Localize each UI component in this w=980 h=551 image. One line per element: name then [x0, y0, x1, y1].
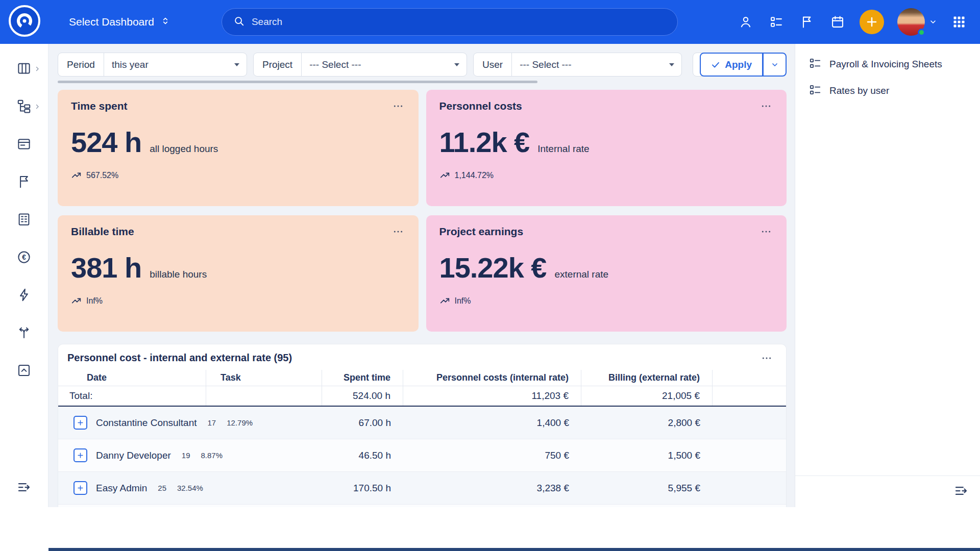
checklist-icon: [808, 83, 822, 98]
panel-item-label: Payroll & Invoicing Sheets: [829, 59, 942, 70]
chevron-down-icon: [929, 18, 937, 26]
kebab-menu-icon[interactable]: [760, 354, 774, 362]
collapse-sidebar-button[interactable]: [16, 480, 32, 507]
checklist-icon: [808, 57, 822, 72]
filter-project: Project --- Select ---: [253, 53, 467, 77]
status-dot: [918, 29, 925, 36]
user-menu[interactable]: [897, 8, 937, 36]
kpi-title: Project earnings: [439, 226, 524, 238]
chevron-right-icon: [34, 65, 40, 74]
kpi-title: Time spent: [71, 100, 127, 112]
calendar-icon[interactable]: [829, 13, 846, 31]
search-input[interactable]: [252, 16, 666, 28]
nav-finance[interactable]: €: [0, 247, 48, 269]
avatar: [897, 8, 925, 36]
filter-project-label: Project: [254, 53, 302, 76]
tasks-checklist-icon[interactable]: [768, 13, 785, 31]
kebab-menu-icon[interactable]: [391, 102, 405, 110]
table-total-row: Total: 524.00 h 11,203 € 21,005 €: [58, 386, 786, 407]
bottom-strip: [48, 548, 980, 551]
kpi-caption: external rate: [554, 269, 608, 280]
table-row[interactable]: Constantine Consultant 17 12.79% 67.00 h…: [58, 407, 786, 439]
horizontal-scrollbar-thumb[interactable]: [58, 81, 537, 83]
row-spent-time: 170.50 h: [322, 483, 403, 494]
profile-icon[interactable]: [737, 13, 754, 31]
filter-period-select[interactable]: this year: [104, 53, 247, 76]
building-icon: [16, 212, 32, 229]
row-spent-time: 67.00 h: [322, 417, 403, 429]
filter-user-select[interactable]: --- Select ---: [512, 53, 681, 76]
row-user-name: Constantine Consultant: [96, 417, 197, 429]
apply-button-label: Apply: [725, 59, 752, 70]
plus-icon: [77, 452, 84, 459]
nav-workflow[interactable]: [0, 322, 48, 345]
filter-period: Period this year: [58, 53, 247, 77]
filter-project-select[interactable]: --- Select ---: [302, 53, 467, 76]
expand-row-button[interactable]: [74, 481, 87, 495]
card-icon: [16, 136, 32, 154]
column-header-personnel-costs: Personnel costs (internal rate): [403, 370, 581, 386]
column-header-task: Task: [206, 370, 322, 386]
row-percent: 12.79%: [227, 418, 253, 427]
row-percent: 8.87%: [201, 451, 223, 460]
apply-button[interactable]: Apply: [700, 53, 763, 77]
dashboard-selector[interactable]: Select Dashboard: [69, 15, 170, 29]
row-spent-time: 46.50 h: [322, 450, 403, 461]
table-header-row: Date Task Spent time Personnel costs (in…: [58, 370, 786, 386]
kpi-value: 524 h: [71, 126, 141, 159]
kpi-grid: Time spent 524 h all logged hours 567.52…: [58, 90, 787, 332]
check-icon: [711, 60, 720, 69]
selector-chevrons-icon: [160, 15, 170, 29]
table-row[interactable]: Danny Developer 19 8.87% 46.50 h 750 € 1…: [58, 439, 786, 472]
flag-icon[interactable]: [798, 13, 816, 31]
total-external: 21,005 €: [581, 386, 713, 406]
app-root: Select Dashboard: [0, 0, 980, 551]
panel-item-payroll-invoicing[interactable]: Payroll & Invoicing Sheets: [795, 51, 980, 78]
nav-company[interactable]: [0, 209, 48, 232]
nav-quick-actions[interactable]: [0, 285, 48, 307]
kebab-menu-icon[interactable]: [391, 228, 405, 236]
panel-item-rates-by-user[interactable]: Rates by user: [795, 78, 980, 104]
left-sidebar: €: [0, 44, 48, 507]
topbar: Select Dashboard: [0, 0, 980, 44]
caret-down-icon: [234, 63, 239, 66]
column-header-date: Date: [58, 370, 206, 386]
kebab-menu-icon[interactable]: [759, 102, 773, 110]
search-icon: [233, 15, 244, 29]
euro-icon: €: [16, 249, 32, 267]
row-internal: 750 €: [403, 450, 581, 461]
filter-project-value: --- Select ---: [309, 59, 361, 70]
kpi-trend-value: Inf%: [86, 296, 103, 306]
collapse-panel-button[interactable]: [953, 483, 969, 500]
apply-dropdown-button[interactable]: [763, 53, 787, 77]
kpi-value: 381 h: [71, 251, 141, 284]
kpi-trend-value: Inf%: [455, 296, 471, 306]
global-search[interactable]: [222, 8, 678, 36]
filter-period-label: Period: [58, 53, 104, 76]
logo-icon: [8, 5, 41, 39]
table-row[interactable]: Easy Admin 25 32.54% 170.50 h 3,238 € 5,…: [58, 472, 786, 505]
column-header-spent-time: Spent time: [322, 370, 403, 386]
expand-row-button[interactable]: [74, 416, 87, 430]
caret-down-icon: [454, 63, 459, 66]
row-count: 17: [208, 418, 216, 427]
nav-dashboards[interactable]: [0, 58, 48, 81]
table-row[interactable]: Ian IT Expert 18 31.58% 165.50 h 4,000 €…: [58, 505, 786, 507]
flag-icon: [16, 174, 32, 191]
add-button[interactable]: [860, 10, 884, 34]
nav-projects-tree[interactable]: [0, 96, 48, 118]
nav-milestones[interactable]: [0, 171, 48, 194]
nav-archive[interactable]: [0, 360, 48, 383]
filter-user: User --- Select ---: [473, 53, 682, 77]
nav-cards[interactable]: [0, 134, 48, 156]
apps-grid-icon[interactable]: [950, 13, 968, 31]
trend-up-icon: [439, 295, 451, 307]
filter-bar: Period this year Project --- Select --- …: [58, 53, 787, 77]
plus-icon: [77, 419, 84, 427]
app-logo[interactable]: [0, 5, 48, 39]
row-external: 2,800 €: [581, 417, 713, 429]
expand-row-button[interactable]: [74, 448, 87, 462]
panel-item-label: Rates by user: [829, 85, 889, 96]
split-arrows-icon: [16, 325, 32, 342]
kebab-menu-icon[interactable]: [759, 228, 773, 236]
